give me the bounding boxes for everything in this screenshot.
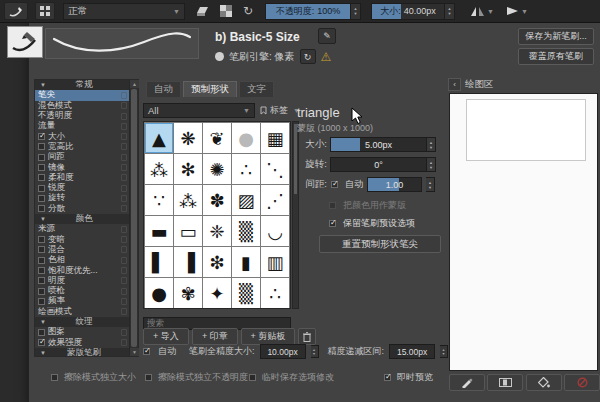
brush-tip-cell[interactable]: ∵ (145, 185, 173, 215)
flow-button[interactable] (505, 5, 519, 17)
tip-spacing-spinner[interactable]: ▲▼ (426, 177, 435, 192)
option-checkbox[interactable] (38, 267, 45, 274)
option-checkbox[interactable] (38, 205, 45, 212)
brush-tip-cell[interactable]: ⁂ (174, 185, 202, 215)
option-checkbox[interactable] (38, 174, 45, 181)
stamp-button[interactable]: + 印章 (192, 328, 238, 345)
brush-tip-cell[interactable]: ▦ (261, 123, 289, 153)
brush-tip-cell[interactable]: ▬ (145, 216, 173, 246)
eraser-size-option[interactable]: 擦除模式独立大小 (51, 371, 136, 384)
reset-predefined-tip-button[interactable]: 重置预制形状笔尖 (319, 235, 441, 253)
precision-fade-spinner[interactable]: ▲▼ (440, 345, 448, 358)
option-checkbox[interactable] (38, 246, 45, 253)
options-section-header[interactable]: ▼蒙版笔刷 (35, 348, 129, 356)
scratchpad-canvas[interactable] (449, 93, 598, 371)
scroll-down-icon[interactable]: ▼ (130, 348, 139, 356)
brush-tip-cell[interactable]: ❇ (203, 247, 231, 277)
tip-spacing-slider[interactable]: 1.00 (367, 177, 422, 192)
brush-tip-cell[interactable]: ❋ (174, 123, 202, 153)
options-scrollbar[interactable]: ▲ ▼ (129, 80, 138, 356)
brush-tip-cell[interactable]: ▥ (261, 247, 289, 277)
blend-mode-select[interactable]: 正常 ▼ (63, 3, 185, 20)
mirror-options-caret[interactable]: ▼ (487, 8, 494, 15)
option-checkbox[interactable] (38, 288, 45, 295)
tab-text[interactable]: 文字 (239, 81, 274, 97)
current-preset-thumbnail[interactable] (7, 26, 43, 58)
brush-tip-cell[interactable]: ✾ (174, 278, 202, 308)
preset-grid-button[interactable] (35, 2, 55, 20)
brush-tip-cell[interactable]: ▮ (232, 247, 260, 277)
fill-with-brush-button[interactable] (449, 374, 485, 391)
eraser-toggle-button[interactable] (196, 6, 209, 17)
tab-predefined[interactable]: 预制形状 (183, 81, 237, 97)
instant-preview-option[interactable]: 即时预览 (384, 371, 433, 384)
preserve-preset-checkbox[interactable] (329, 220, 336, 227)
brush-tip-cell[interactable]: ∴ (261, 278, 289, 308)
rename-preset-button[interactable]: ✎ (318, 28, 336, 44)
tag-filter-select[interactable]: All ▼ (143, 103, 255, 118)
option-checkbox[interactable] (38, 154, 45, 161)
option-checkbox[interactable] (38, 277, 45, 284)
brush-tip-cell[interactable]: ● (145, 278, 173, 308)
flow-options-caret[interactable]: ▼ (521, 8, 528, 15)
fill-background-button[interactable] (526, 374, 562, 391)
collapse-panel-button[interactable]: ‹ (448, 78, 461, 91)
size-slider[interactable]: 大小: 40.00px (371, 3, 445, 20)
precision-fade-value[interactable]: 15.00px (389, 344, 435, 359)
option-checkbox[interactable] (38, 143, 45, 150)
tag-tool-button[interactable]: 标签 ▼ (260, 103, 300, 118)
option-checkbox[interactable] (38, 185, 45, 192)
tip-size-slider[interactable]: 5.00px (330, 137, 427, 152)
brush-tip-cell[interactable]: ⁂ (145, 154, 173, 184)
brush-tip-cell[interactable]: ▨ (232, 185, 260, 215)
temp-save-option[interactable]: 临时保存选项修改 (249, 371, 334, 384)
tip-size-spinner[interactable]: ▲▼ (427, 137, 436, 152)
brush-tip-cell[interactable]: ✻ (174, 154, 202, 184)
brush-tip-cell[interactable]: ✺ (203, 154, 231, 184)
brush-tip-cell[interactable]: ❦ (203, 123, 231, 153)
tip-rotation-slider[interactable]: 0° (330, 157, 427, 172)
option-checkbox[interactable] (38, 164, 45, 171)
brush-tip-cell[interactable]: ▐ (174, 247, 202, 277)
eraser-size-checkbox[interactable] (51, 374, 58, 381)
option-checkbox[interactable] (38, 195, 45, 202)
precision-auto-checkbox[interactable] (143, 348, 150, 355)
save-new-brush-button[interactable]: 保存为新笔刷... (518, 28, 594, 45)
overwrite-brush-button[interactable]: 覆盖原有笔刷 (518, 48, 594, 65)
option-checkbox[interactable] (38, 339, 45, 346)
brush-tip-cell[interactable]: ✦ (203, 278, 231, 308)
brush-tip-cell[interactable]: ● (232, 123, 260, 153)
opacity-spinner[interactable]: ▲▼ (351, 3, 361, 20)
option-checkbox[interactable] (38, 329, 45, 336)
spacing-auto-checkbox[interactable] (331, 181, 338, 188)
import-button[interactable]: + 导入 (143, 328, 189, 345)
reset-scratchpad-button[interactable] (564, 374, 600, 391)
eraser-opacity-option[interactable]: 擦除模式独立不透明度 (145, 371, 248, 384)
brush-tip-cell[interactable]: ▒ (232, 216, 260, 246)
full-precision-spinner[interactable]: ▲▼ (311, 345, 319, 358)
tip-rotation-spinner[interactable]: ▲▼ (427, 157, 436, 172)
option-checkbox[interactable] (38, 257, 45, 264)
option-checkbox[interactable] (38, 236, 45, 243)
clipboard-button[interactable]: + 剪贴板 (241, 328, 295, 345)
opacity-slider[interactable]: 不透明度: 100% (265, 3, 351, 20)
temp-save-checkbox[interactable] (249, 374, 256, 381)
reload-preset-button[interactable]: ↻ (243, 4, 253, 18)
full-precision-value[interactable]: 10.00px (260, 344, 306, 359)
delete-tip-button[interactable] (298, 328, 316, 345)
brush-tip-cell[interactable]: ⋰ (261, 185, 289, 215)
brush-tip-cell[interactable]: ▲ (145, 123, 173, 153)
brush-tip-cell[interactable]: ✽ (203, 185, 231, 215)
size-spinner[interactable]: ▲▼ (445, 3, 455, 20)
eraser-opacity-checkbox[interactable] (145, 374, 152, 381)
fill-gradient-button[interactable] (487, 374, 523, 391)
brush-tip-cell[interactable]: ❈ (203, 216, 231, 246)
reload-engine-button[interactable]: ↻ (300, 49, 316, 64)
mirror-button[interactable] (470, 5, 485, 17)
brush-tip-cell[interactable]: ◡ (261, 216, 289, 246)
option-checkbox[interactable] (38, 133, 45, 140)
brush-tip-cell[interactable]: ▌ (145, 247, 173, 277)
scrollbar-thumb[interactable] (131, 89, 137, 347)
instant-preview-checkbox[interactable] (384, 374, 391, 381)
preserve-alpha-button[interactable] (220, 5, 232, 17)
